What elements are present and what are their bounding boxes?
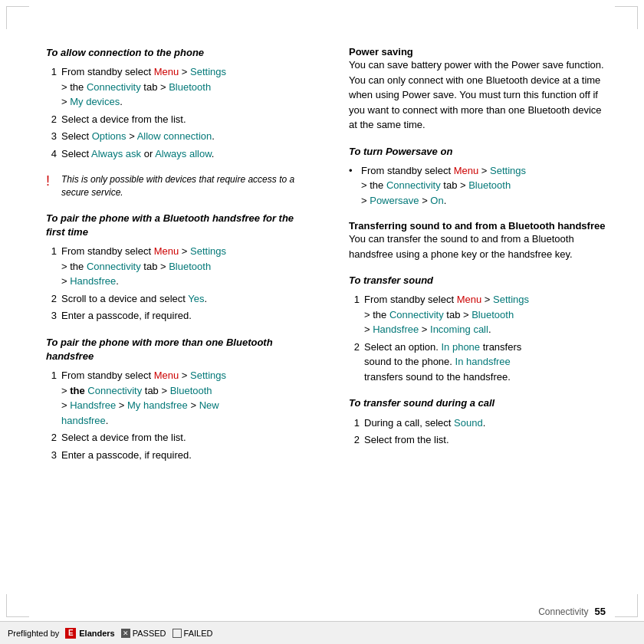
connectivity-link: Connectivity (389, 309, 444, 320)
list-item: 1 From standby select Menu > Settings> t… (46, 64, 303, 110)
section-power-saving: Power saving You can save battery power … (349, 46, 606, 133)
newhandsfree-link: handsfree (61, 415, 106, 426)
step-text: During a call, select Sound. (364, 416, 606, 431)
step-num: 3 (46, 129, 57, 144)
passed-indicator: ✕ PASSED (121, 629, 166, 638)
section-allow-connection: To allow connection to the phone 1 From … (46, 46, 303, 161)
inhandsfree-link: In handsfree (455, 356, 511, 367)
list-item: 3 Select Options > Allow connection. (46, 129, 303, 144)
step-text: Select a device from the list. (61, 112, 303, 127)
section2-title: To pair the phone with a Bluetooth hands… (46, 212, 303, 239)
settings-link: Settings (490, 165, 526, 176)
failed-label: FAILED (184, 629, 213, 638)
elanders-logo: E Elanders (65, 628, 114, 639)
mydevices-link: My devices (70, 96, 120, 107)
list-item: 3 Enter a passcode, if required. (46, 448, 303, 463)
handsfree-link: Handsfree (70, 399, 116, 411)
section3-title: To pair the phone with more than one Blu… (46, 336, 303, 363)
step-num: 2 (349, 432, 360, 448)
preflighted-label: Preflighted by (8, 629, 59, 638)
transfer-heading: Transferring sound to and from a Bluetoo… (349, 220, 606, 232)
menu-link: Menu (154, 245, 179, 257)
list-item: 1 During a call, select Sound. (349, 416, 606, 431)
bluetooth-link: Bluetooth (170, 385, 212, 396)
transfer-call-list: 1 During a call, select Sound. 2 Select … (349, 416, 606, 448)
failed-checkbox (172, 629, 182, 638)
options-link: Options (92, 130, 127, 142)
note-icon: ! (46, 173, 55, 190)
settings-link: Settings (190, 66, 226, 77)
section-to-transfer: To transfer sound 1 From standby select … (349, 274, 606, 384)
settings-link: Settings (493, 294, 529, 305)
section1-list: 1 From standby select Menu > Settings> t… (46, 64, 303, 161)
transfer-call-title: To transfer sound during a call (349, 396, 606, 410)
preflight-bar: Preflighted by E Elanders ✕ PASSED FAILE… (0, 621, 644, 644)
step-num: 4 (46, 146, 57, 162)
step-text: From standby select Menu > Settings> the… (61, 368, 303, 428)
incoming-call-link: Incoming call (430, 324, 488, 335)
bluetooth-link: Bluetooth (468, 179, 511, 191)
list-item: 1 From standby select Menu > Settings> t… (46, 368, 303, 428)
corner-br (615, 594, 638, 617)
transfer-list: 1 From standby select Menu > Settings> t… (349, 292, 606, 384)
list-item: 1 From standby select Menu > Settings> t… (46, 244, 303, 289)
failed-indicator: FAILED (172, 629, 213, 638)
connectivity-link: Connectivity (87, 81, 141, 93)
list-item: 2 Select from the list. (349, 432, 606, 448)
footer-page: 55 (595, 606, 606, 617)
note-box: ! This is only possible with devices tha… (46, 173, 303, 199)
step-text: Select an option. In phone transferssoun… (364, 340, 606, 385)
handsfree-link: Handsfree (70, 275, 116, 287)
settings-link: Settings (190, 245, 226, 257)
step-text: From standby select Menu > Settings> the… (361, 163, 606, 209)
section-pair-multiple: To pair the phone with more than one Blu… (46, 336, 303, 462)
new-link: New (199, 399, 219, 411)
bluetooth-link: Bluetooth (472, 309, 514, 320)
bullet-dot: • (349, 163, 356, 209)
step-num: 2 (46, 291, 57, 307)
step-num: 2 (46, 430, 57, 445)
step-text: Enter a passcode, if required. (61, 448, 303, 463)
section-transfer-during-call: To transfer sound during a call 1 During… (349, 396, 606, 447)
list-item: 2 Scroll to a device and select Yes. (46, 291, 303, 307)
step-text: Enter a passcode, if required. (61, 308, 303, 324)
step-text: Scroll to a device and select Yes. (61, 291, 303, 307)
step-num: 2 (349, 340, 360, 385)
yes-link: Yes (188, 293, 204, 304)
section-transfer-sound: Transferring sound to and from a Bluetoo… (349, 220, 606, 261)
step-text: Select Options > Allow connection. (61, 129, 303, 144)
list-item: 3 Enter a passcode, if required. (46, 308, 303, 324)
step-num: 1 (46, 64, 57, 110)
corner-bl (6, 594, 29, 617)
the-label: the (70, 385, 85, 396)
left-column: To allow connection to the phone 1 From … (46, 46, 314, 475)
note-text: This is only possible with devices that … (61, 173, 303, 199)
powersave-title: To turn Powersave on (349, 145, 606, 159)
passed-checkbox: ✕ (121, 629, 130, 638)
page-container: To allow connection to the phone 1 From … (0, 0, 644, 644)
section3-list: 1 From standby select Menu > Settings> t… (46, 368, 303, 462)
handsfree-link: Handsfree (373, 324, 419, 335)
step-num: 2 (46, 112, 57, 127)
footer: Connectivity 55 (538, 606, 606, 617)
passed-label: PASSED (133, 629, 166, 638)
myhandsfree-link: My handsfree (127, 399, 188, 411)
always-ask-link: Always ask (91, 148, 141, 159)
list-item: • From standby select Menu > Settings> t… (349, 163, 606, 209)
inphone-link: In phone (441, 341, 480, 353)
main-content: To allow connection to the phone 1 From … (0, 0, 644, 490)
power-saving-body: You can save battery power with the Powe… (349, 58, 606, 133)
step-num: 3 (46, 308, 57, 324)
connectivity-link: Connectivity (87, 385, 142, 396)
bluetooth-link: Bluetooth (169, 81, 211, 93)
step-text: From standby select Menu > Settings> the… (61, 64, 303, 110)
step-num: 1 (46, 244, 57, 289)
sound-link: Sound (454, 417, 483, 429)
menu-link: Menu (154, 370, 179, 381)
transfer-body: You can transfer the sound to and from a… (349, 232, 606, 261)
list-item: 2 Select a device from the list. (46, 112, 303, 127)
step-num: 3 (46, 448, 57, 463)
list-item: 1 From standby select Menu > Settings> t… (349, 292, 606, 337)
section-pair-first: To pair the phone with a Bluetooth hands… (46, 212, 303, 324)
connectivity-link: Connectivity (386, 179, 441, 191)
